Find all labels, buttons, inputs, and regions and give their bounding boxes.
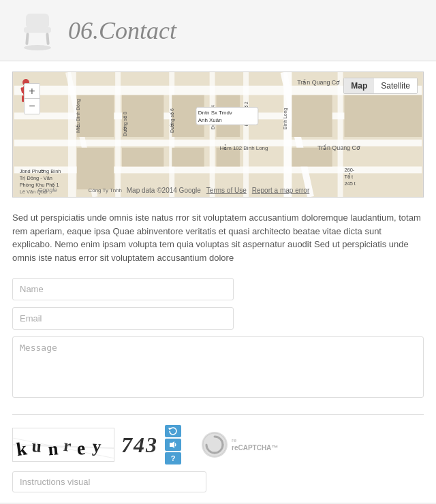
svg-text:260-: 260- xyxy=(344,167,354,173)
recaptcha-circle-icon xyxy=(202,432,228,458)
map-terms[interactable]: Terms of Use xyxy=(206,187,247,194)
page-title: 06.Contact xyxy=(68,16,176,45)
svg-rect-27 xyxy=(292,95,332,137)
description-text: Sed ut perspiciatis unde omnis iste natu… xyxy=(12,211,424,264)
map-toggle-map[interactable]: Map xyxy=(344,78,374,93)
svg-marker-68 xyxy=(170,441,174,448)
svg-rect-4 xyxy=(46,32,50,44)
svg-rect-19 xyxy=(77,95,114,137)
zoom-out-button[interactable]: − xyxy=(25,99,40,114)
map-zoom-controls: + − xyxy=(24,83,40,114)
svg-rect-29 xyxy=(344,95,422,137)
svg-text:y: y xyxy=(91,436,102,456)
svg-rect-22 xyxy=(122,148,164,167)
captcha-row: k u n r e y 743 ? xyxy=(12,425,424,464)
svg-rect-21 xyxy=(122,95,164,137)
captcha-image: k u n r e y xyxy=(12,428,114,462)
recaptcha-logo: re reCAPTCHA™ xyxy=(202,432,278,458)
svg-text:Bình Long: Bình Long xyxy=(283,108,288,129)
svg-text:245 t: 245 t xyxy=(344,180,355,187)
captcha-help-button[interactable]: ? xyxy=(165,452,181,464)
map-report[interactable]: Report a map error xyxy=(252,187,309,194)
svg-text:Anh Xuân: Anh Xuân xyxy=(198,117,222,123)
recaptcha-label: re reCAPTCHA™ xyxy=(232,437,278,452)
svg-rect-20 xyxy=(77,148,114,189)
map-footer: Map data ©2014 Google Terms of Use Repor… xyxy=(13,187,423,194)
map-toggle-satellite[interactable]: Satellite xyxy=(374,78,417,93)
email-field-group xyxy=(12,307,424,330)
svg-rect-3 xyxy=(25,32,29,44)
map-toggle[interactable]: Map Satellite xyxy=(343,78,418,94)
instructions-field-group xyxy=(12,471,424,492)
captcha-section: k u n r e y 743 ? xyxy=(12,414,424,492)
svg-text:Đường số 8: Đường số 8 xyxy=(123,112,128,136)
page-header: 06.Contact xyxy=(0,0,436,61)
captcha-refresh-button[interactable] xyxy=(165,425,181,437)
svg-text:Miều Bình Đông: Miều Bình Đông xyxy=(76,99,81,133)
svg-text:Tổ t: Tổ t xyxy=(344,173,353,180)
svg-rect-14 xyxy=(243,72,249,197)
captcha-audio-button[interactable] xyxy=(165,439,181,451)
svg-text:Jbnd Phường Bình: Jbnd Phường Bình xyxy=(20,168,61,174)
svg-text:Đường số 6: Đường số 6 xyxy=(170,108,175,133)
svg-rect-16 xyxy=(338,72,343,197)
email-input[interactable] xyxy=(12,307,234,330)
svg-text:Trần Quang Cơ: Trần Quang Cơ xyxy=(317,144,360,151)
zoom-in-button[interactable]: + xyxy=(25,84,40,99)
svg-rect-13 xyxy=(210,72,215,197)
svg-rect-11 xyxy=(115,72,121,197)
svg-point-0 xyxy=(24,45,51,50)
svg-text:Trị Đông - Văn: Trị Đông - Văn xyxy=(20,175,52,181)
map-credit: Map data ©2014 Google xyxy=(127,187,201,194)
svg-rect-24 xyxy=(172,148,204,167)
svg-rect-2 xyxy=(26,14,49,29)
map-container: Trần Quang Cơ Trần Quang Cơ Hẻm 102 Bình… xyxy=(12,72,424,198)
svg-text:Trần Quang Cơ: Trần Quang Cơ xyxy=(297,79,340,86)
svg-text:u: u xyxy=(31,436,42,456)
name-input[interactable] xyxy=(12,278,234,300)
svg-text:Hẻm 102 Bình Long: Hẻm 102 Bình Long xyxy=(219,144,268,151)
captcha-code: 743 xyxy=(121,432,158,458)
message-input[interactable] xyxy=(12,336,424,398)
chair-icon xyxy=(14,7,61,54)
name-field-group xyxy=(12,278,424,300)
main-content: Trần Quang Cơ Trần Quang Cơ Hẻm 102 Bình… xyxy=(0,61,436,503)
svg-text:n: n xyxy=(47,438,59,459)
message-field-group xyxy=(12,336,424,400)
svg-text:Dntn Sx Tmdv: Dntn Sx Tmdv xyxy=(198,110,232,116)
captcha-buttons: ? xyxy=(165,425,181,464)
instructions-input[interactable] xyxy=(12,471,206,492)
